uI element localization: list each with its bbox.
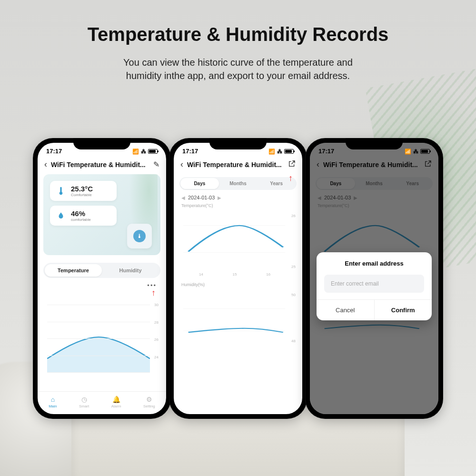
battery-icon xyxy=(420,149,430,154)
battery-icon xyxy=(148,149,158,154)
confirm-button[interactable]: Confirm xyxy=(375,300,432,320)
notch xyxy=(209,138,267,149)
battery-icon xyxy=(284,149,294,154)
back-icon[interactable]: ‹ xyxy=(180,159,183,169)
temperature-chart[interactable]: 30 28 26 24 xyxy=(38,298,166,391)
range-segment: Days Months Years xyxy=(316,177,433,190)
temperature-status: Comfortable xyxy=(71,193,93,197)
status-time: 17:17 xyxy=(318,148,334,155)
chevron-left-icon[interactable]: ◀ xyxy=(181,195,185,200)
email-export-modal: Enter email address Enter correct email … xyxy=(317,252,432,320)
segment-months[interactable]: Months xyxy=(355,178,394,189)
humidity-section-label: Humidity(%) xyxy=(174,281,302,288)
nav-bar: ‹ WiFi Temperature & Humidit... xyxy=(310,157,438,174)
humidity-value: 46% xyxy=(71,209,91,218)
status-icons xyxy=(132,148,158,155)
edit-icon[interactable]: ✎ xyxy=(153,160,159,169)
signal-icon xyxy=(132,148,139,155)
tab-alarm[interactable]: 🔔Alarm xyxy=(111,396,121,408)
thermometer-icon xyxy=(56,186,66,196)
chevron-right-icon[interactable]: ▶ xyxy=(354,195,357,200)
tab-setting[interactable]: ⚙Setting xyxy=(143,396,155,408)
modal-title: Enter email address xyxy=(317,252,432,272)
temperature-value: 25.3°C xyxy=(71,185,93,193)
bell-icon: 🔔 xyxy=(112,396,120,403)
home-icon: ⌂ xyxy=(51,396,55,403)
page-title: Temperature & Humidity Records xyxy=(0,0,476,45)
signal-icon xyxy=(405,148,411,155)
status-time: 17:17 xyxy=(46,148,62,155)
selected-date: 2024-01-03 xyxy=(188,195,215,200)
chart-yticks: 30 28 26 24 xyxy=(154,303,159,372)
nav-bar: ‹ WiFi Temperature & Humidit... xyxy=(174,157,302,174)
tab-main[interactable]: ⌂Main xyxy=(49,396,57,408)
nav-title: WiFi Temperature & Humidit... xyxy=(187,161,284,169)
segment-temperature[interactable]: Temperature xyxy=(45,264,102,277)
export-icon[interactable] xyxy=(288,160,296,169)
chevron-right-icon[interactable]: ▶ xyxy=(218,195,221,200)
temperature-history-chart[interactable]: 26 25 14 15 16 xyxy=(179,211,297,278)
phone-main-screen: 17:17 ‹ WiFi Temperature & Humidit... ✎ … xyxy=(33,138,171,419)
temperature-card[interactable]: 25.3°C Comfortable xyxy=(50,181,117,201)
page-subtitle: You can view the historic curve of the t… xyxy=(0,56,476,82)
tab-smart[interactable]: ◷Smart xyxy=(79,396,89,408)
date-selector[interactable]: ◀ 2024-01-03 ▶ xyxy=(310,193,438,202)
selected-date: 2024-01-03 xyxy=(324,195,351,200)
email-field[interactable]: Enter correct email xyxy=(324,275,424,293)
date-selector[interactable]: ◀ 2024-01-03 ▶ xyxy=(174,193,302,202)
range-segment: Days Months Years xyxy=(179,177,297,190)
temperature-section-label: Temperature(°C) xyxy=(310,202,438,209)
notch xyxy=(346,138,403,149)
segment-years[interactable]: Years xyxy=(393,178,432,189)
metric-segment: Temperature Humidity xyxy=(43,263,160,278)
chevron-left-icon[interactable]: ◀ xyxy=(317,195,321,200)
phone-history-screen: 17:17 ‹ WiFi Temperature & Humidit... ↑ … xyxy=(169,138,307,419)
signal-icon xyxy=(268,148,275,155)
wifi-icon xyxy=(141,148,146,155)
segment-months[interactable]: Months xyxy=(219,178,258,189)
temperature-section-label: Temperature(°C) xyxy=(174,202,302,209)
segment-days[interactable]: Days xyxy=(180,178,219,189)
wifi-icon xyxy=(277,148,282,155)
back-icon[interactable]: ‹ xyxy=(44,159,47,169)
callout-arrow-icon: ↑ xyxy=(151,288,156,298)
device-illustration: 🌡 xyxy=(127,224,152,248)
clock-icon: ◷ xyxy=(81,396,87,403)
export-icon[interactable] xyxy=(424,160,432,169)
nav-title: WiFi Temperature & Humidit... xyxy=(323,161,420,169)
cancel-button[interactable]: Cancel xyxy=(317,300,375,320)
gear-icon: ⚙ xyxy=(146,396,152,403)
humidity-card[interactable]: 46% comfortable xyxy=(50,206,117,226)
callout-arrow-icon: ↑ xyxy=(288,173,293,183)
wifi-icon xyxy=(413,148,418,155)
humidity-history-chart[interactable]: 50 48 xyxy=(179,290,297,352)
nav-title: WiFi Temperature & Humidit... xyxy=(51,161,149,169)
segment-humidity[interactable]: Humidity xyxy=(102,264,159,277)
humidity-status: comfortable xyxy=(71,218,91,222)
segment-days[interactable]: Days xyxy=(317,178,355,189)
droplet-icon xyxy=(56,210,66,221)
tab-bar: ⌂Main ◷Smart 🔔Alarm ⚙Setting xyxy=(38,391,166,414)
status-time: 17:17 xyxy=(182,148,198,155)
phone-export-modal-screen: 17:17 ‹ WiFi Temperature & Humidit... Da… xyxy=(305,138,443,419)
summary-panel: 25.3°C Comfortable 46% comfortable 🌡 xyxy=(43,174,160,255)
back-icon[interactable]: ‹ xyxy=(317,159,319,169)
notch xyxy=(73,138,130,149)
nav-bar: ‹ WiFi Temperature & Humidit... ✎ xyxy=(38,157,166,174)
